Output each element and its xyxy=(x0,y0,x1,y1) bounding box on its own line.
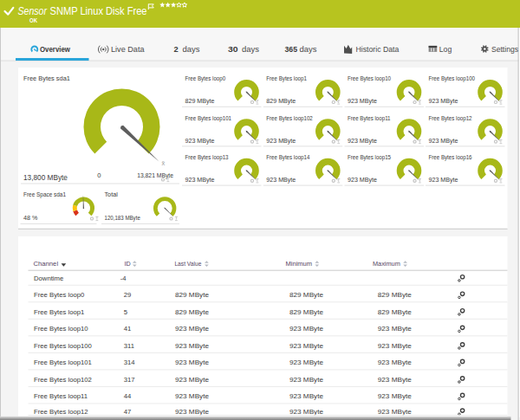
svg-text:Live Data: Live Data xyxy=(111,45,145,54)
svg-text:Free Bytes loop15: Free Bytes loop15 xyxy=(348,153,391,161)
svg-text:ID: ID xyxy=(125,260,132,268)
svg-text:Free Bytes loop102: Free Bytes loop102 xyxy=(266,114,313,122)
svg-text:Free Bytes loop100: Free Bytes loop100 xyxy=(429,74,476,82)
svg-text:923 MByte: 923 MByte xyxy=(175,376,210,384)
svg-text:44: 44 xyxy=(124,392,132,400)
svg-text:314: 314 xyxy=(124,359,135,366)
svg-text:Free Bytes loop11: Free Bytes loop11 xyxy=(348,114,391,122)
svg-text:923 MByte: 923 MByte xyxy=(266,176,296,184)
svg-text:Maximum: Maximum xyxy=(373,260,400,268)
svg-text:120,183 MByte: 120,183 MByte xyxy=(105,214,141,222)
svg-text:Free Bytes loop10: Free Bytes loop10 xyxy=(348,74,391,82)
svg-text:SNMP Linux Disk Free: SNMP Linux Disk Free xyxy=(50,5,147,17)
svg-text:829 MByte: 829 MByte xyxy=(378,308,413,316)
svg-text:30: 30 xyxy=(228,45,238,54)
svg-text:365: 365 xyxy=(285,45,298,54)
svg-text:829 MByte: 829 MByte xyxy=(378,291,413,299)
svg-text:Free Bytes loop12: Free Bytes loop12 xyxy=(429,114,472,122)
svg-text:Historic Data: Historic Data xyxy=(356,45,400,54)
svg-text:923 MByte: 923 MByte xyxy=(378,376,413,384)
svg-text:Free Bytes loop1: Free Bytes loop1 xyxy=(34,308,84,316)
svg-text:OK: OK xyxy=(29,16,37,24)
svg-text:317: 317 xyxy=(124,376,135,384)
svg-text:Free Bytes loop16: Free Bytes loop16 xyxy=(429,153,472,161)
svg-text:923 MByte: 923 MByte xyxy=(185,137,215,145)
svg-text:923 MByte: 923 MByte xyxy=(348,137,377,145)
svg-text:923 MByte: 923 MByte xyxy=(378,392,413,400)
svg-text:829 MByte: 829 MByte xyxy=(175,308,210,316)
svg-text:923 MByte: 923 MByte xyxy=(289,342,324,350)
svg-text:47: 47 xyxy=(124,408,132,416)
svg-text:923 MByte: 923 MByte xyxy=(175,325,210,333)
svg-text:days: days xyxy=(183,45,201,54)
svg-text:Free Bytes sda1: Free Bytes sda1 xyxy=(23,74,70,82)
svg-text:829 MByte: 829 MByte xyxy=(175,291,210,299)
svg-text:48 %: 48 % xyxy=(23,214,37,222)
svg-text:Free Bytes loop102: Free Bytes loop102 xyxy=(34,376,92,384)
svg-text:923 MByte: 923 MByte xyxy=(429,97,458,105)
svg-text:Sensor: Sensor xyxy=(18,5,48,17)
svg-text:923 MByte: 923 MByte xyxy=(348,97,377,105)
svg-text:829 MByte: 829 MByte xyxy=(266,97,296,105)
svg-text:923 MByte: 923 MByte xyxy=(429,137,458,145)
svg-text:923 MByte: 923 MByte xyxy=(289,392,324,400)
svg-text:923 MByte: 923 MByte xyxy=(175,359,210,366)
svg-text:Downtime: Downtime xyxy=(34,275,64,282)
svg-text:Free Bytes loop100: Free Bytes loop100 xyxy=(34,342,92,350)
svg-text:13,800 MByte: 13,800 MByte xyxy=(23,172,68,182)
svg-text:923 MByte: 923 MByte xyxy=(289,359,324,366)
svg-text:923 MByte: 923 MByte xyxy=(378,408,413,416)
svg-text:923 MByte: 923 MByte xyxy=(175,408,210,416)
svg-text:923 MByte: 923 MByte xyxy=(289,325,324,333)
svg-text:2: 2 xyxy=(174,45,179,54)
svg-text:Log: Log xyxy=(439,45,452,54)
svg-text:Free Bytes loop10: Free Bytes loop10 xyxy=(34,325,88,333)
svg-text:923 MByte: 923 MByte xyxy=(175,392,210,400)
svg-text:Last Value: Last Value xyxy=(174,260,201,268)
svg-text:923 MByte: 923 MByte xyxy=(266,137,296,145)
svg-text:Overview: Overview xyxy=(40,45,71,54)
svg-text:41: 41 xyxy=(124,325,132,333)
svg-text:923 MByte: 923 MByte xyxy=(378,359,413,366)
svg-text:-4: -4 xyxy=(120,275,127,282)
svg-text:923 MByte: 923 MByte xyxy=(289,408,324,416)
svg-text:days: days xyxy=(300,45,318,54)
svg-text:Free Bytes loop12: Free Bytes loop12 xyxy=(34,408,88,416)
svg-text:Minimum: Minimum xyxy=(286,260,313,268)
svg-text:923 MByte: 923 MByte xyxy=(185,176,215,184)
svg-text:829 MByte: 829 MByte xyxy=(289,308,324,316)
svg-text:Settings: Settings xyxy=(491,45,518,54)
svg-text:0: 0 xyxy=(97,171,101,179)
svg-text:829 MByte: 829 MByte xyxy=(289,291,324,299)
svg-text:923 MByte: 923 MByte xyxy=(378,325,413,333)
svg-text:5: 5 xyxy=(124,308,128,316)
svg-text:923 MByte: 923 MByte xyxy=(175,342,210,350)
svg-text:29: 29 xyxy=(124,291,132,299)
svg-text:923 MByte: 923 MByte xyxy=(289,376,324,384)
svg-text:Free Bytes loop101: Free Bytes loop101 xyxy=(34,359,92,366)
svg-text:Free Bytes loop11: Free Bytes loop11 xyxy=(34,392,88,400)
svg-text:Free Bytes loop0: Free Bytes loop0 xyxy=(185,74,226,82)
svg-text:829 MByte: 829 MByte xyxy=(185,97,215,105)
svg-text:923 MByte: 923 MByte xyxy=(429,176,458,184)
svg-text:Free Bytes loop1: Free Bytes loop1 xyxy=(266,74,307,82)
svg-text:Free Space sda1: Free Space sda1 xyxy=(23,191,66,198)
svg-text:days: days xyxy=(242,45,260,54)
svg-text:Total: Total xyxy=(105,191,119,198)
svg-text:311: 311 xyxy=(124,342,134,350)
svg-text:Free Bytes loop101: Free Bytes loop101 xyxy=(185,114,232,122)
svg-text:Free Bytes loop13: Free Bytes loop13 xyxy=(185,153,229,161)
svg-text:923 MByte: 923 MByte xyxy=(378,342,413,350)
svg-text:923 MByte: 923 MByte xyxy=(348,176,377,184)
svg-text:Channel: Channel xyxy=(34,260,59,268)
svg-text:x̄: x̄ xyxy=(162,159,166,167)
svg-text:Free Bytes loop14: Free Bytes loop14 xyxy=(266,153,309,161)
svg-text:Free Bytes loop0: Free Bytes loop0 xyxy=(34,291,85,299)
